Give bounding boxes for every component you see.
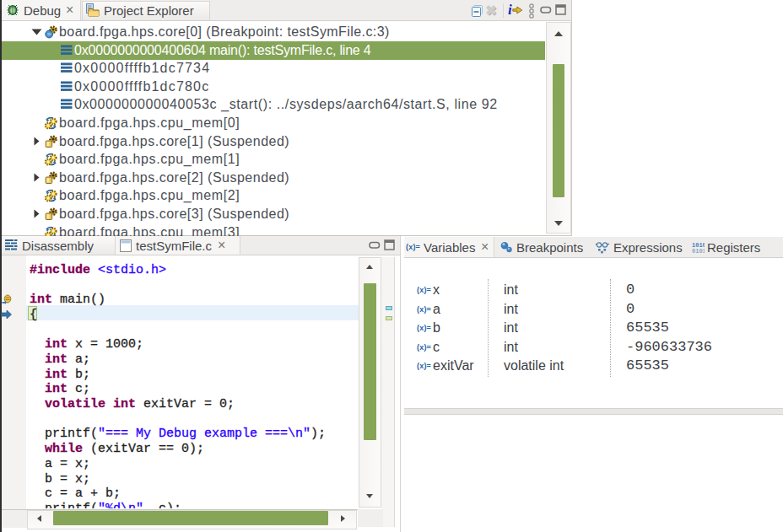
svg-text:0101: 0101 xyxy=(692,248,705,254)
